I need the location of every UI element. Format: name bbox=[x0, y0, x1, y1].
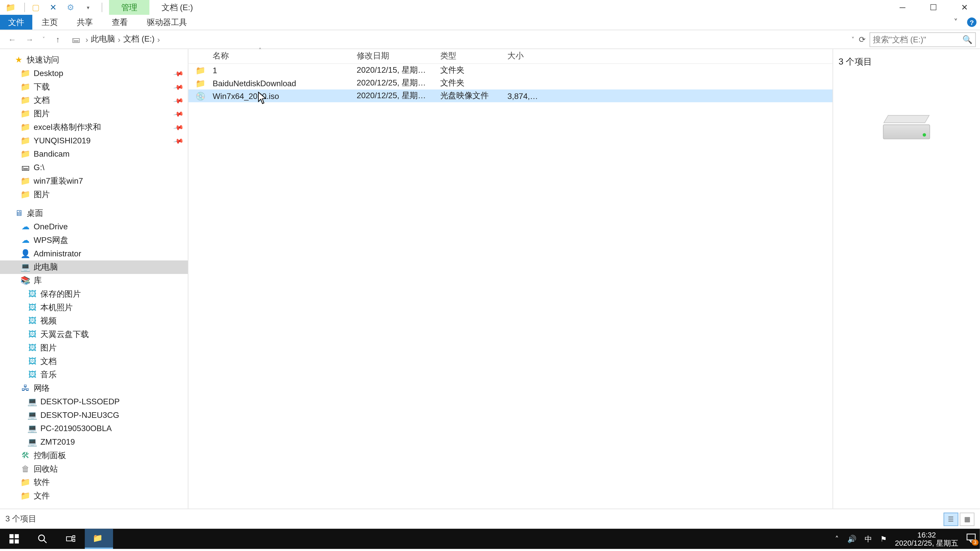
col-name[interactable]: 名称 bbox=[206, 51, 350, 62]
tree-desktop[interactable]: 🖥 桌面 bbox=[0, 206, 188, 220]
tree-network[interactable]: 🖧 网络 bbox=[0, 381, 188, 395]
tree-item[interactable]: 🛠控制面板 bbox=[0, 449, 188, 462]
tree-item[interactable]: 📚库 bbox=[0, 274, 188, 287]
breadcrumb[interactable]: 🖴 › 此电脑 › 文档 (E:) › bbox=[67, 32, 850, 47]
crumb-this-pc[interactable]: 此电脑 bbox=[89, 34, 116, 45]
tree-item[interactable]: 📁文档📌 bbox=[0, 94, 188, 107]
tree-item[interactable]: 🗑回收站 bbox=[0, 462, 188, 476]
system-tray[interactable]: ˄ 🔊 中 ⚑ 16:32 2020/12/25, 星期五 3 bbox=[831, 529, 980, 549]
tree-item[interactable]: 🖼保存的图片 bbox=[0, 287, 188, 301]
ribbon-home-tab[interactable]: 主页 bbox=[32, 15, 67, 30]
addr-dropdown-icon[interactable]: ˅ bbox=[851, 36, 855, 43]
tree-item[interactable]: 🖼视频 bbox=[0, 314, 188, 327]
qat-dropdown-icon[interactable]: ▾ bbox=[83, 2, 94, 13]
folder-icon: 📁 bbox=[20, 149, 31, 159]
file-row[interactable]: 📁12020/12/15, 星期二 1...文件夹 bbox=[188, 64, 832, 77]
window-maximize-button[interactable]: ☐ bbox=[918, 0, 949, 15]
panel-icon: 🛠 bbox=[20, 450, 31, 461]
view-icons-button[interactable]: ▦ bbox=[959, 512, 974, 526]
taskbar[interactable]: 📁 ˄ 🔊 中 ⚑ 16:32 2020/12/25, 星期五 3 bbox=[0, 529, 980, 549]
col-type[interactable]: 类型 bbox=[433, 51, 501, 62]
start-button[interactable] bbox=[0, 529, 28, 549]
qat-properties-icon[interactable]: ⚙ bbox=[65, 2, 76, 13]
search-box[interactable]: 🔍 bbox=[870, 32, 976, 47]
crumb-drive-e[interactable]: 文档 (E:) bbox=[122, 34, 156, 45]
tree-item-label: 此电脑 bbox=[34, 261, 58, 273]
qat-open-icon[interactable]: ▢ bbox=[30, 2, 41, 13]
pic-icon: 🖼 bbox=[27, 329, 38, 340]
help-button[interactable]: ? bbox=[964, 15, 980, 30]
nav-up-button[interactable]: ↑ bbox=[50, 32, 66, 47]
col-size[interactable]: 大小 bbox=[501, 51, 548, 62]
nav-recent-dropdown[interactable]: ˅ bbox=[39, 32, 48, 47]
nav-back-button[interactable]: ← bbox=[4, 32, 20, 47]
tray-ime-indicator[interactable]: 中 bbox=[865, 534, 872, 544]
window-minimize-button[interactable]: ─ bbox=[887, 0, 918, 15]
tree-item[interactable]: 📁图片📌 bbox=[0, 107, 188, 121]
window-close-button[interactable]: ✕ bbox=[949, 0, 980, 15]
ribbon-collapse-button[interactable]: ˅ bbox=[948, 15, 964, 30]
folder-icon: 📁 bbox=[188, 65, 206, 75]
tree-item[interactable]: 📁软件 bbox=[0, 475, 188, 489]
folder-icon: 📁 bbox=[20, 189, 31, 200]
tree-item[interactable]: 🖼音乐 bbox=[0, 368, 188, 381]
action-center-button[interactable]: 3 bbox=[966, 534, 976, 544]
tree-item[interactable]: 🖼文档 bbox=[0, 354, 188, 368]
tree-item-label: 图片 bbox=[34, 189, 50, 200]
tree-item[interactable]: 💻DESKTOP-NJEU3CG bbox=[0, 408, 188, 422]
svg-rect-7 bbox=[73, 536, 75, 538]
tree-item[interactable]: 📁YUNQISHI2019📌 bbox=[0, 134, 188, 148]
nav-forward-button[interactable]: → bbox=[21, 32, 38, 47]
tree-item[interactable]: 🖼本机照片 bbox=[0, 301, 188, 314]
tree-item-label: 保存的图片 bbox=[40, 288, 81, 300]
tree-item[interactable]: 🖴G:\ bbox=[0, 161, 188, 174]
tree-item[interactable]: ☁OneDrive bbox=[0, 220, 188, 233]
taskbar-search-button[interactable] bbox=[28, 529, 57, 549]
tree-item[interactable]: 🖼图片 bbox=[0, 341, 188, 354]
tray-volume-icon[interactable]: 🔊 bbox=[847, 534, 857, 543]
qat-delete-icon[interactable]: ✕ bbox=[48, 2, 59, 13]
tree-item-label: 文档 bbox=[40, 356, 56, 367]
col-date[interactable]: 修改日期 bbox=[350, 51, 433, 62]
tray-overflow-icon[interactable]: ˄ bbox=[835, 534, 839, 543]
address-bar: ← → ˅ ↑ 🖴 › 此电脑 › 文档 (E:) › ˅ ⟳ 🔍 bbox=[0, 30, 980, 49]
tree-item[interactable]: 📁excel表格制作求和📌 bbox=[0, 121, 188, 134]
tree-item[interactable]: 💻ZMT2019 bbox=[0, 435, 188, 449]
tree-item[interactable]: 📁Bandicam bbox=[0, 148, 188, 161]
context-tab-manage[interactable]: 管理 bbox=[109, 0, 149, 15]
task-view-button[interactable] bbox=[57, 529, 85, 549]
details-pane: 3 个项目 bbox=[833, 49, 980, 509]
tray-flag-icon[interactable]: ⚑ bbox=[880, 534, 887, 543]
column-headers[interactable]: 名称 ˄ 修改日期 类型 大小 bbox=[188, 49, 832, 64]
tray-clock[interactable]: 16:32 2020/12/25, 星期五 bbox=[895, 531, 958, 547]
tree-item[interactable]: 💻PC-20190530OBLA bbox=[0, 422, 188, 435]
view-details-button[interactable]: ☰ bbox=[943, 512, 958, 526]
tree-item[interactable]: ☁WPS网盘 bbox=[0, 233, 188, 247]
svg-rect-8 bbox=[73, 539, 75, 541]
file-row[interactable]: 📁BaiduNetdiskDownload2020/12/25, 星期五 1..… bbox=[188, 77, 832, 89]
title-location: 文档 (E:) bbox=[149, 0, 205, 15]
tree-item[interactable]: 🖼天翼云盘下载 bbox=[0, 327, 188, 341]
refresh-button[interactable]: ⟳ bbox=[859, 35, 865, 44]
tree-item[interactable]: 💻DESKTOP-LSSOEDP bbox=[0, 395, 188, 408]
tree-item[interactable]: 📁win7重装win7 bbox=[0, 174, 188, 188]
navigation-tree[interactable]: ★ 快速访问 📁Desktop📌📁下载📌📁文档📌📁图片📌📁excel表格制作求和… bbox=[0, 49, 188, 509]
tree-item[interactable]: 💻此电脑 bbox=[0, 260, 188, 274]
tree-item[interactable]: 📁下载📌 bbox=[0, 80, 188, 94]
search-icon[interactable]: 🔍 bbox=[963, 35, 973, 44]
tree-item[interactable]: 📁图片 bbox=[0, 188, 188, 201]
tree-quick-access[interactable]: ★ 快速访问 bbox=[0, 53, 188, 67]
taskbar-file-explorer[interactable]: 📁 bbox=[85, 529, 113, 549]
tree-item[interactable]: 👤Administrator bbox=[0, 247, 188, 260]
ribbon-view-tab[interactable]: 查看 bbox=[102, 15, 137, 30]
ribbon-file-tab[interactable]: 文件 bbox=[0, 15, 32, 30]
tree-item[interactable]: 📁文件 bbox=[0, 489, 188, 503]
file-rows[interactable]: 📁12020/12/15, 星期二 1...文件夹📁BaiduNetdiskDo… bbox=[188, 64, 832, 509]
ribbon-share-tab[interactable]: 共享 bbox=[67, 15, 102, 30]
tree-item[interactable]: 📁Desktop📌 bbox=[0, 67, 188, 80]
ribbon-drivetools-tab[interactable]: 驱动器工具 bbox=[137, 15, 197, 30]
cell-name: BaiduNetdiskDownload bbox=[206, 78, 350, 88]
search-input[interactable] bbox=[873, 35, 963, 44]
iso-icon: 💿 bbox=[188, 91, 206, 100]
file-row[interactable]: 💿Win7x64_2020.iso2020/12/25, 星期五 1...光盘映… bbox=[188, 89, 832, 102]
